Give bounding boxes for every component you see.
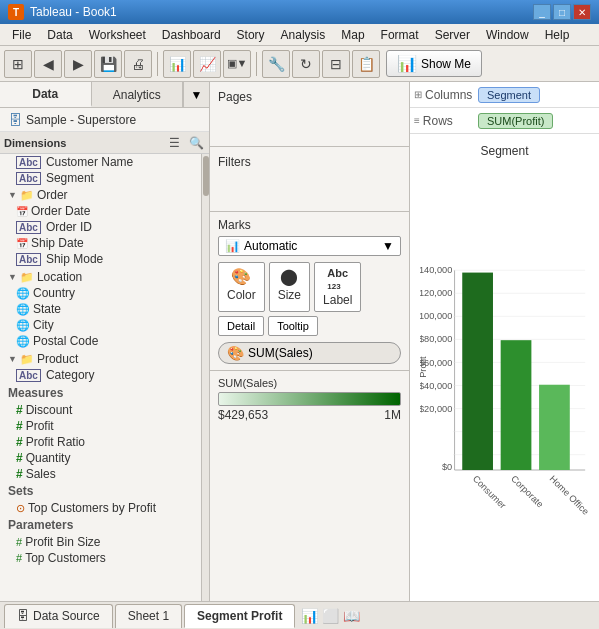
menu-help[interactable]: Help — [537, 26, 578, 44]
toolbar-chart1-button[interactable]: 📊 — [163, 50, 191, 78]
left-panel-scrollbar[interactable] — [201, 154, 209, 601]
field-postal-code[interactable]: 🌐 Postal Code — [0, 333, 209, 349]
field-profit-bin-size[interactable]: # Profit Bin Size — [0, 534, 209, 550]
color-label: Color — [227, 288, 256, 302]
menu-server[interactable]: Server — [427, 26, 478, 44]
app-title: Tableau - Book1 — [30, 5, 117, 19]
toolbar-filter-button[interactable]: 🔧 — [262, 50, 290, 78]
maximize-button[interactable]: □ — [553, 4, 571, 20]
panel-menu-button[interactable]: ▼ — [183, 82, 209, 107]
menu-dashboard[interactable]: Dashboard — [154, 26, 229, 44]
toolbar-chart2-button[interactable]: 📈 — [193, 50, 221, 78]
toolbar-new-button[interactable]: ⊞ — [4, 50, 32, 78]
param-icon: # — [16, 552, 22, 564]
dimensions-search-icon[interactable]: 🔍 — [187, 134, 205, 152]
dropdown-arrow-icon: ▼ — [382, 239, 394, 253]
tab-data[interactable]: Data — [0, 82, 92, 107]
field-quantity[interactable]: # Quantity — [0, 450, 209, 466]
detail-button[interactable]: Detail — [218, 316, 264, 336]
group-product-header[interactable]: ▼ 📁 Product — [0, 351, 209, 367]
toolbar-extra-button[interactable]: ⊟ — [322, 50, 350, 78]
tab-data-source[interactable]: 🗄 Data Source — [4, 604, 113, 628]
field-customer-name[interactable]: Abc Customer Name — [0, 154, 209, 170]
marks-type-dropdown[interactable]: 📊 Automatic ▼ — [218, 236, 401, 256]
field-top-customers-set[interactable]: ⊙ Top Customers by Profit — [0, 500, 209, 516]
field-city[interactable]: 🌐 City — [0, 317, 209, 333]
field-discount[interactable]: # Discount — [0, 402, 209, 418]
rows-sum-profit-pill[interactable]: SUM(Profit) — [478, 113, 553, 129]
close-button[interactable]: ✕ — [573, 4, 591, 20]
bar-home-office[interactable] — [539, 385, 570, 470]
svg-text:$120,000: $120,000 — [420, 288, 452, 298]
bar-corporate[interactable] — [501, 340, 532, 470]
minimize-button[interactable]: _ — [533, 4, 551, 20]
toolbar-chart3-button[interactable]: ▣▼ — [223, 50, 251, 78]
toolbar-print-button[interactable]: 🖨 — [124, 50, 152, 78]
tooltip-button[interactable]: Tooltip — [268, 316, 318, 336]
show-me-button[interactable]: 📊 Show Me — [386, 50, 482, 77]
size-icon: ⬤ — [280, 267, 298, 286]
field-country[interactable]: 🌐 Country — [0, 285, 209, 301]
label-button[interactable]: Abc123 Label — [314, 262, 361, 312]
field-order-id[interactable]: Abc Order ID — [0, 219, 209, 235]
group-location-header[interactable]: ▼ 📁 Location — [0, 269, 209, 285]
svg-text:Corporate: Corporate — [509, 474, 545, 510]
group-location: ▼ 📁 Location 🌐 Country 🌐 State 🌐 City — [0, 268, 209, 350]
menu-map[interactable]: Map — [333, 26, 372, 44]
field-state[interactable]: 🌐 State — [0, 301, 209, 317]
color-button[interactable]: 🎨 Color — [218, 262, 265, 312]
field-ship-date[interactable]: 📅 Ship Date — [0, 235, 209, 251]
dimensions-sort-icon[interactable]: ☰ — [165, 134, 183, 152]
color-max-label: 1M — [384, 408, 401, 422]
field-profit[interactable]: # Profit — [0, 418, 209, 434]
new-sheet-icon[interactable]: 📊 — [301, 608, 318, 624]
field-order-date[interactable]: 📅 Order Date — [0, 203, 209, 219]
chevron-down-icon: ▼ — [8, 190, 17, 200]
field-profit-ratio[interactable]: # Profit Ratio — [0, 434, 209, 450]
size-button[interactable]: ⬤ Size — [269, 262, 310, 312]
tab-sheet1[interactable]: Sheet 1 — [115, 604, 182, 628]
toolbar-format-button[interactable]: 📋 — [352, 50, 380, 78]
database-icon: 🗄 — [8, 112, 22, 128]
field-segment[interactable]: Abc Segment — [0, 170, 209, 186]
marks-section: Marks 📊 Automatic ▼ 🎨 Color ⬤ Size Abc12… — [210, 212, 409, 371]
data-analytics-tabs: Data Analytics ▼ — [0, 82, 209, 108]
field-top-customers-param[interactable]: # Top Customers — [0, 550, 209, 566]
toolbar-save-button[interactable]: 💾 — [94, 50, 122, 78]
window-controls[interactable]: _ □ ✕ — [533, 4, 591, 20]
title-bar: T Tableau - Book1 _ □ ✕ — [0, 0, 599, 24]
marks-bar-icon: 📊 — [225, 239, 240, 253]
calendar-icon: 📅 — [16, 238, 28, 249]
hash-icon: # — [16, 419, 23, 433]
menu-story[interactable]: Story — [229, 26, 273, 44]
tab-segment-profit[interactable]: Segment Profit — [184, 604, 295, 628]
hash-icon: # — [16, 403, 23, 417]
svg-text:$0: $0 — [442, 462, 452, 472]
toolbar-back-button[interactable]: ◀ — [34, 50, 62, 78]
toolbar-refresh-button[interactable]: ↻ — [292, 50, 320, 78]
new-dashboard-icon[interactable]: ⬜ — [322, 608, 339, 624]
sum-sales-label: SUM(Sales) — [248, 346, 313, 360]
bar-consumer[interactable] — [462, 273, 493, 470]
sum-sales-pill[interactable]: 🎨 SUM(Sales) — [218, 342, 401, 364]
menu-worksheet[interactable]: Worksheet — [81, 26, 154, 44]
field-category[interactable]: Abc Category — [0, 367, 209, 383]
columns-segment-pill[interactable]: Segment — [478, 87, 540, 103]
hash-icon: # — [16, 467, 23, 481]
filters-content — [218, 173, 401, 203]
show-me-icon: 📊 — [397, 54, 417, 73]
tab-analytics[interactable]: Analytics — [92, 82, 184, 107]
abc-icon: Abc — [16, 156, 41, 169]
toolbar-forward-button[interactable]: ▶ — [64, 50, 92, 78]
menu-format[interactable]: Format — [373, 26, 427, 44]
menu-file[interactable]: File — [4, 26, 39, 44]
menu-analysis[interactable]: Analysis — [273, 26, 334, 44]
field-sales[interactable]: # Sales — [0, 466, 209, 482]
field-ship-mode[interactable]: Abc Ship Mode — [0, 251, 209, 267]
menu-data[interactable]: Data — [39, 26, 80, 44]
dimensions-header: Dimensions ☰ 🔍 — [0, 132, 209, 154]
group-order-header[interactable]: ▼ 📁 Order — [0, 187, 209, 203]
columns-shelf: ⊞ Columns Segment — [410, 82, 599, 108]
new-story-icon[interactable]: 📖 — [343, 608, 360, 624]
menu-window[interactable]: Window — [478, 26, 537, 44]
